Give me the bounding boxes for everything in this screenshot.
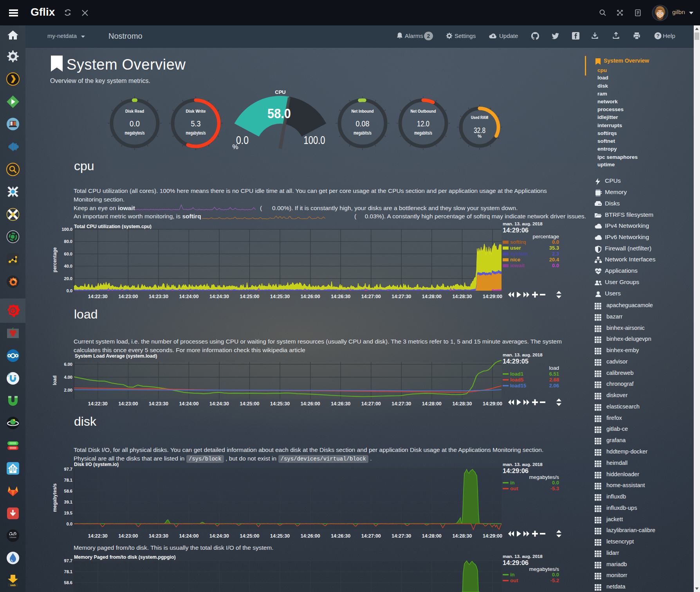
svg-text:Memory Paged from/to disk (sys: Memory Paged from/to disk (system.pgpgio… (74, 554, 176, 560)
svg-text:0.0: 0.0 (552, 263, 559, 268)
svg-text:%: % (232, 143, 238, 151)
svg-text:megabytes/s: megabytes/s (529, 566, 559, 572)
svg-text:14:22:30: 14:22:30 (88, 533, 108, 539)
svg-text:14:26:30: 14:26:30 (331, 533, 350, 539)
svg-text:97.7: 97.7 (64, 558, 72, 563)
svg-text:20.0: 20.0 (64, 276, 72, 281)
svg-text:Disk Read: Disk Read (125, 109, 144, 113)
svg-text:2.06: 2.06 (549, 383, 559, 389)
svg-text:6.00: 6.00 (64, 362, 72, 367)
svg-text:14:27:30: 14:27:30 (391, 401, 411, 407)
svg-text:0.0: 0.0 (552, 572, 559, 578)
svg-text:14:23:30: 14:23:30 (149, 401, 168, 407)
svg-text:2.00: 2.00 (64, 388, 72, 392)
svg-text:14:23:30: 14:23:30 (149, 294, 168, 299)
svg-text:14:23:30: 14:23:30 (149, 533, 168, 539)
svg-text:14:26:30: 14:26:30 (331, 294, 350, 299)
svg-text:in: in (510, 572, 515, 578)
svg-text:78.1: 78.1 (64, 569, 72, 574)
svg-text:14:25:30: 14:25:30 (270, 294, 290, 299)
svg-text:14:24:30: 14:24:30 (209, 401, 229, 407)
svg-text:14:25:00: 14:25:00 (240, 401, 259, 407)
svg-text:megabits/s: megabits/s (354, 130, 372, 136)
svg-text:14:24:00: 14:24:00 (179, 401, 198, 407)
svg-text:40.0: 40.0 (64, 264, 72, 268)
svg-text:58.0: 58.0 (267, 106, 291, 121)
svg-text:megabits/s: megabits/s (414, 130, 432, 136)
svg-text:14:27:00: 14:27:00 (361, 294, 381, 299)
svg-text:man. 13. aug. 2018: man. 13. aug. 2018 (503, 221, 543, 226)
svg-text:14:24:30: 14:24:30 (209, 294, 229, 299)
svg-text:14:26:00: 14:26:00 (301, 533, 320, 539)
svg-text:14:27:00: 14:27:00 (361, 533, 381, 539)
svg-text:14:28:30: 14:28:30 (452, 401, 472, 407)
svg-text:Net Outbound: Net Outbound (411, 109, 436, 113)
svg-text:man. 13. aug. 2018: man. 13. aug. 2018 (503, 353, 543, 357)
svg-text:14:29:06: 14:29:06 (503, 559, 529, 566)
svg-text:14:26:30: 14:26:30 (331, 401, 350, 407)
svg-text:softirq: softirq (510, 239, 526, 245)
svg-text:35.3: 35.3 (549, 245, 559, 251)
svg-text:0.0: 0.0 (130, 119, 140, 128)
svg-text:out: out (510, 486, 518, 491)
svg-text:14:29:00: 14:29:00 (483, 401, 502, 407)
svg-text:%: % (478, 134, 482, 139)
svg-text:2.3: 2.3 (552, 251, 559, 257)
svg-text:14:27:30: 14:27:30 (391, 294, 411, 299)
svg-text:0.0: 0.0 (552, 480, 559, 486)
svg-text:2.68: 2.68 (549, 377, 559, 383)
svg-text:out: out (510, 578, 518, 583)
svg-text:14:24:30: 14:24:30 (209, 533, 229, 539)
svg-text:78.1: 78.1 (64, 478, 72, 482)
svg-text:14:28:00: 14:28:00 (422, 294, 442, 299)
svg-text:megabytes/s: megabytes/s (529, 474, 559, 480)
svg-text:System Load Average (system.lo: System Load Average (system.load) (75, 353, 157, 359)
svg-text:14:29:06: 14:29:06 (503, 467, 529, 474)
svg-text:14:29:06: 14:29:06 (503, 227, 529, 234)
svg-text:system: system (510, 251, 528, 257)
svg-text:0.0: 0.0 (67, 288, 72, 293)
svg-text:percentage: percentage (532, 234, 559, 239)
svg-text:0.0: 0.0 (552, 239, 559, 245)
svg-text:CPU: CPU (275, 89, 285, 95)
svg-text:man. 13. aug. 2018: man. 13. aug. 2018 (503, 554, 543, 559)
svg-text:14:28:00: 14:28:00 (422, 533, 442, 539)
svg-text:0.08: 0.08 (356, 119, 370, 128)
svg-text:?: ? (657, 33, 660, 39)
svg-text:80.0: 80.0 (64, 239, 72, 244)
svg-text:60.0: 60.0 (64, 252, 72, 256)
svg-text:14:25:30: 14:25:30 (270, 533, 290, 539)
svg-text:14:25:00: 14:25:00 (240, 294, 259, 299)
svg-text:nice: nice (510, 257, 520, 263)
svg-text:97.7: 97.7 (64, 467, 72, 471)
svg-text:megabytes/s: megabytes/s (52, 483, 58, 512)
svg-text:percentage: percentage (52, 247, 58, 272)
svg-text:19.5: 19.5 (64, 511, 72, 515)
svg-text:6.51: 6.51 (549, 371, 559, 377)
svg-text:14:25:30: 14:25:30 (270, 401, 290, 407)
svg-text:-5.3: -5.3 (550, 486, 559, 491)
svg-text:14:29:00: 14:29:00 (483, 533, 502, 539)
svg-text:58.6: 58.6 (64, 489, 72, 493)
svg-text:Used RAM: Used RAM (471, 115, 488, 120)
svg-text:Disk I/O (system.io): Disk I/O (system.io) (74, 462, 119, 467)
svg-text:0.0: 0.0 (67, 522, 72, 526)
svg-text:14:24:00: 14:24:00 (179, 294, 198, 299)
svg-text:5.3: 5.3 (191, 119, 201, 128)
svg-text:20.4: 20.4 (549, 257, 559, 263)
svg-text:14:22:30: 14:22:30 (88, 401, 108, 407)
svg-text:Net Inbound: Net Inbound (352, 109, 374, 113)
svg-text:100.0: 100.0 (61, 227, 72, 232)
svg-text:12.0: 12.0 (417, 119, 429, 128)
svg-text:14:22:30: 14:22:30 (88, 294, 108, 299)
svg-text:Disk Write: Disk Write (186, 109, 206, 113)
svg-text:100.0: 100.0 (304, 134, 325, 146)
svg-text:14:24:00: 14:24:00 (179, 533, 198, 539)
svg-text:-5.2: -5.2 (550, 578, 559, 583)
svg-text:14:26:00: 14:26:00 (301, 294, 320, 299)
svg-text:4.00: 4.00 (64, 375, 72, 380)
svg-text:58.6: 58.6 (64, 580, 72, 585)
svg-text:14:29:05: 14:29:05 (503, 358, 529, 365)
svg-text:load1: load1 (510, 371, 523, 377)
svg-text:14:28:00: 14:28:00 (422, 401, 442, 407)
